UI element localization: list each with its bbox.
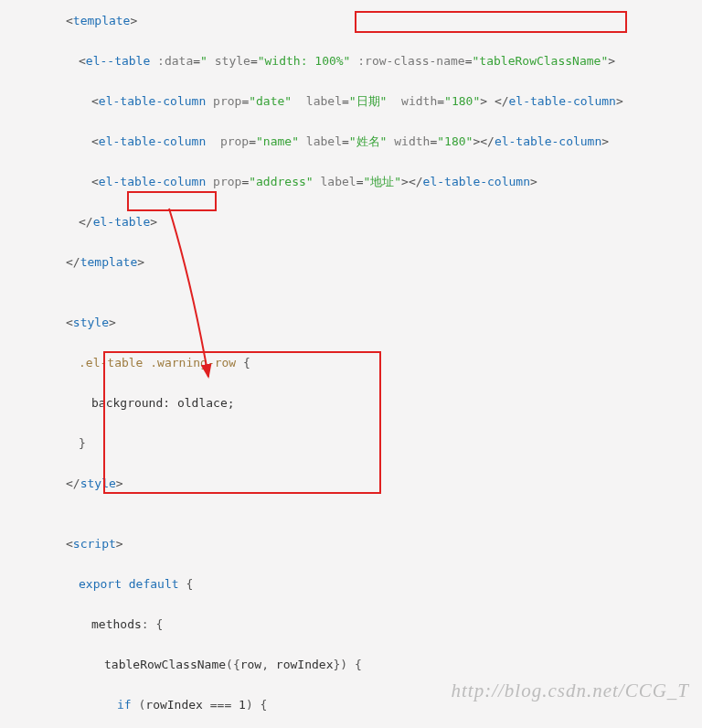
css-selector-warning-row: .warning-row <box>150 356 236 369</box>
css-selector-el-table: .el-table <box>79 356 143 369</box>
code-block: <template> <el--table :data=" style="wid… <box>0 0 702 728</box>
tag-template-open: template <box>73 14 131 27</box>
watermark: http://blog.csdn.net/CCG_T <box>451 680 689 701</box>
fn-tableRowClassName: tableRowClassName <box>104 658 226 671</box>
css-rule: background: oldlace; <box>91 396 235 410</box>
